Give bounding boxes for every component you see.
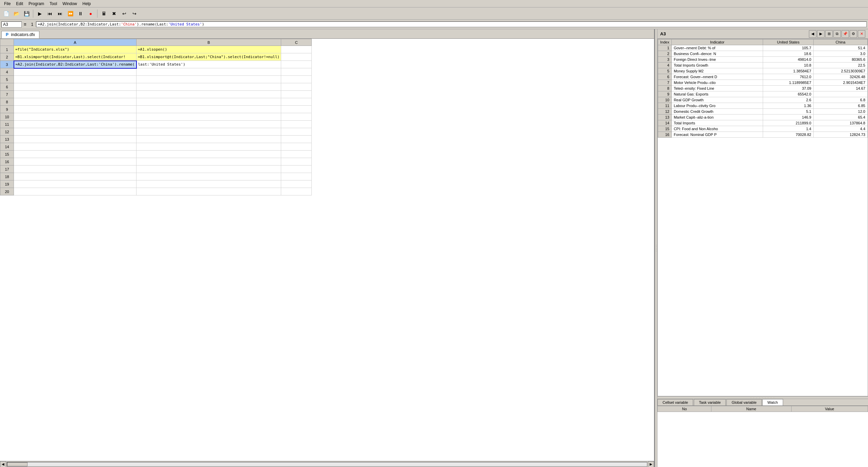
grid-cell[interactable]: [137, 151, 281, 158]
grid-cell[interactable]: [281, 98, 312, 106]
pause-button[interactable]: ⏸: [76, 9, 85, 18]
grid-cell[interactable]: last:'United States'): [137, 61, 281, 68]
grid-cell[interactable]: [281, 180, 312, 188]
grid-cell[interactable]: [14, 151, 137, 158]
grid-cell[interactable]: [14, 180, 137, 188]
step-back-button[interactable]: ⏮: [45, 9, 55, 18]
grid-cell[interactable]: [14, 166, 137, 173]
nav-pin-button[interactable]: 📌: [842, 30, 849, 38]
grid-cell[interactable]: [137, 128, 281, 136]
grid-cell[interactable]: =B1.xlsimport@t(Indicator,Last;"China").…: [137, 53, 281, 61]
grid-cell[interactable]: [14, 121, 137, 128]
grid-cell[interactable]: [14, 136, 137, 143]
grid-cell[interactable]: [137, 106, 281, 113]
nav-right-button[interactable]: ▶: [817, 30, 825, 38]
grid-cell[interactable]: [281, 113, 312, 121]
menu-program[interactable]: Program: [26, 1, 47, 7]
col-header-a[interactable]: A: [14, 39, 137, 46]
grid-cell[interactable]: [14, 68, 137, 76]
variables-table-container[interactable]: No Name Value: [657, 406, 868, 467]
grid-cell[interactable]: =A1.xlsopen(): [137, 46, 281, 53]
grid-cell[interactable]: [14, 113, 137, 121]
formula-input[interactable]: =A2.join(Indicator,B2:Indicator,Last:'Ch…: [36, 21, 867, 27]
grid-cell[interactable]: [281, 188, 312, 195]
grid-cell[interactable]: [281, 53, 312, 61]
scroll-track-h[interactable]: [7, 462, 647, 467]
tab-watch[interactable]: Watch: [762, 399, 783, 405]
grid-cell[interactable]: [281, 143, 312, 151]
stop-button[interactable]: ●: [86, 9, 95, 18]
new-button[interactable]: 📄: [1, 9, 11, 18]
save-button[interactable]: 💾: [22, 9, 31, 18]
vertical-drag-handle[interactable]: · · · · ·: [655, 29, 657, 467]
scroll-right[interactable]: ▶: [648, 461, 654, 467]
scroll-thumb-h[interactable]: [7, 462, 28, 466]
grid-cell[interactable]: [14, 188, 137, 195]
tab-cellset-variable[interactable]: Cellset variable: [657, 399, 693, 405]
grid-cell[interactable]: =file("Indicators.xlsx"): [14, 46, 137, 53]
menu-help[interactable]: Help: [80, 1, 94, 7]
menu-edit[interactable]: Edit: [13, 1, 26, 7]
grid-cell[interactable]: [281, 46, 312, 53]
horizontal-scrollbar[interactable]: ◀ ▶: [0, 461, 654, 467]
grid-cell[interactable]: [137, 68, 281, 76]
grid-cell[interactable]: [137, 143, 281, 151]
grid-cell[interactable]: [137, 136, 281, 143]
grid-cell[interactable]: [281, 91, 312, 98]
grid-cell[interactable]: [281, 76, 312, 83]
grid-cell[interactable]: [281, 173, 312, 180]
grid-cell[interactable]: [14, 143, 137, 151]
nav-left-button[interactable]: ◀: [809, 30, 816, 38]
grid-cell[interactable]: [281, 61, 312, 68]
grid-cell[interactable]: [137, 91, 281, 98]
grid-cell[interactable]: [137, 76, 281, 83]
grid-cell[interactable]: [14, 83, 137, 91]
tab-task-variable[interactable]: Task variable: [694, 399, 726, 405]
cell-ref-input[interactable]: [1, 21, 22, 28]
grid-cell[interactable]: [281, 68, 312, 76]
undo-button[interactable]: ↩: [120, 9, 129, 18]
step-forward-button[interactable]: ⏭: [55, 9, 65, 18]
grid-cell[interactable]: [281, 83, 312, 91]
grid-cell[interactable]: [281, 136, 312, 143]
col-header-b[interactable]: B: [137, 39, 281, 46]
data-table-container[interactable]: Index Indicator United States China 1Gov…: [657, 39, 868, 396]
resize-handle[interactable]: · · · · · · · · ·: [657, 396, 868, 399]
grid-cell[interactable]: [14, 128, 137, 136]
clear-button[interactable]: ✖: [109, 9, 119, 18]
run-button[interactable]: ▶: [35, 9, 44, 18]
grid-cell[interactable]: =A2.join(Indicator,B2:Indicator,Last:'Ch…: [14, 61, 137, 68]
grid-cell[interactable]: =B1.xlsimport@t(Indicator,Last).select(I…: [14, 53, 137, 61]
menu-tool[interactable]: Tool: [47, 1, 60, 7]
grid-cell[interactable]: [137, 173, 281, 180]
nav-close-button[interactable]: ✕: [858, 30, 865, 38]
grid-cell[interactable]: [281, 106, 312, 113]
redo-button[interactable]: ↪: [130, 9, 139, 18]
grid-cell[interactable]: [137, 166, 281, 173]
grid-cell[interactable]: [137, 113, 281, 121]
grid-cell[interactable]: [137, 180, 281, 188]
grid-cell[interactable]: [281, 121, 312, 128]
tab-global-variable[interactable]: Global variable: [726, 399, 761, 405]
grid-cell[interactable]: [137, 83, 281, 91]
grid-cell[interactable]: [137, 188, 281, 195]
grid-cell[interactable]: [137, 98, 281, 106]
grid-cell[interactable]: [14, 106, 137, 113]
grid-cell[interactable]: [14, 158, 137, 166]
scroll-left[interactable]: ◀: [0, 461, 6, 467]
nav-settings-button[interactable]: ⚙: [850, 30, 857, 38]
menu-file[interactable]: File: [1, 1, 13, 7]
grid-cell[interactable]: [281, 151, 312, 158]
grid-cell[interactable]: [14, 98, 137, 106]
col-header-c[interactable]: C: [281, 39, 312, 46]
grid-cell[interactable]: [14, 173, 137, 180]
step-into-button[interactable]: ⏩: [66, 9, 75, 18]
nav-copy-button[interactable]: ⧉: [833, 30, 841, 38]
grid-cell[interactable]: [14, 91, 137, 98]
grid-cell[interactable]: [281, 158, 312, 166]
menu-window[interactable]: Window: [60, 1, 80, 7]
calculate-button[interactable]: 🖩: [99, 9, 109, 18]
spreadsheet-tab[interactable]: P indicators.dfx: [1, 31, 39, 38]
grid-wrapper[interactable]: A B C 1=file("Indicators.xlsx")=A1.xlsop…: [0, 39, 654, 461]
grid-cell[interactable]: [281, 166, 312, 173]
